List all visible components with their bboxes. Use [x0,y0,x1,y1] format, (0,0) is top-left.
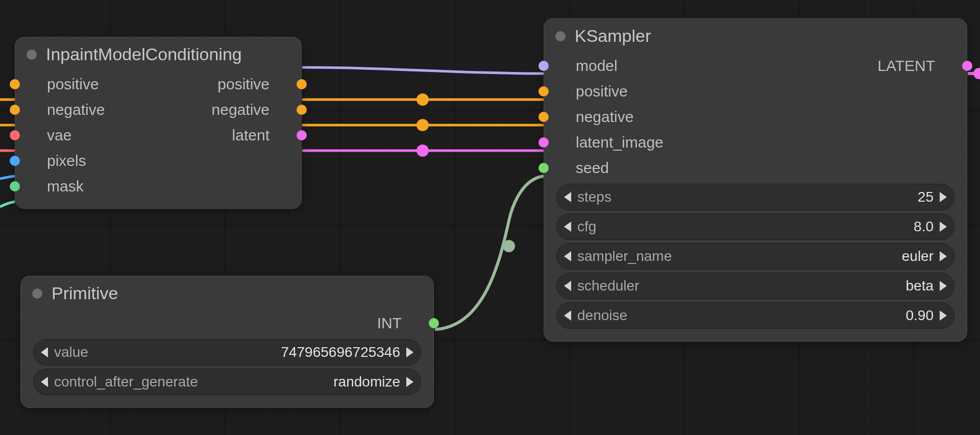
input-label: positive [47,76,99,93]
port-input-mask[interactable] [10,181,20,191]
port-output-negative[interactable] [297,105,307,115]
spinner-right-icon[interactable] [940,281,947,291]
input-label: vae [47,127,71,144]
input-label: positive [576,83,628,100]
node-body: model LATENT positive negative latent_im… [544,51,967,341]
spinner-left-icon[interactable] [564,310,571,321]
spinner-right-icon[interactable] [940,310,947,321]
spinner-right-icon[interactable] [940,222,947,232]
port-input-negative[interactable] [10,105,20,115]
input-label: latent_image [576,134,664,151]
node-body: INT value 747965696725346 control_after_… [21,308,433,407]
widget-label: denoise [577,307,627,324]
collapse-dot-icon[interactable] [27,50,37,60]
widget-cfg[interactable]: cfg 8.0 [556,213,954,240]
spinner-right-icon[interactable] [406,347,413,357]
spinner-left-icon[interactable] [564,222,571,232]
output-label: negative [212,101,270,118]
widget-sampler-name[interactable]: sampler_name euler [556,243,954,270]
input-label: mask [47,178,84,195]
widget-value-text: 0.90 [633,307,934,324]
node-body: positive positive negative negative vae … [15,69,301,208]
port-input-seed[interactable] [538,163,549,173]
node-header[interactable]: KSampler [544,19,967,51]
port-input-vae[interactable] [10,130,20,140]
port-output-latent[interactable] [962,61,972,71]
spinner-left-icon[interactable] [564,281,571,291]
node-inpaint-model-conditioning[interactable]: InpaintModelConditioning positive positi… [15,37,302,209]
spinner-right-icon[interactable] [940,251,947,261]
input-label: negative [576,108,633,126]
node-title: InpaintModelConditioning [46,44,242,64]
widget-value[interactable]: value 747965696725346 [33,339,421,366]
widget-value-text: euler [678,248,934,264]
collapse-dot-icon[interactable] [555,31,566,41]
port-output-positive[interactable] [297,79,307,89]
output-label: INT [377,315,402,332]
port-output-int[interactable] [429,318,439,328]
widget-control-after-generate[interactable]: control_after_generate randomize [33,369,421,395]
spinner-left-icon[interactable] [564,192,571,202]
node-primitive[interactable]: Primitive INT value 747965696725346 cont… [20,276,434,408]
widget-value-text: 25 [618,189,934,205]
widget-value-text: beta [645,278,934,294]
input-label: seed [576,159,609,177]
widget-label: cfg [577,219,596,235]
node-ksampler[interactable]: KSampler model LATENT positive negative … [544,18,967,342]
output-label: LATENT [877,57,935,75]
port-input-model[interactable] [538,61,549,71]
widget-label: sampler_name [577,248,672,264]
node-header[interactable]: Primitive [21,276,433,308]
port-input-positive[interactable] [538,86,549,96]
spinner-right-icon[interactable] [940,192,947,202]
node-title: KSampler [575,26,651,46]
port-output-latent[interactable] [297,130,307,140]
widget-label: steps [577,189,611,205]
output-label: latent [232,127,270,144]
widget-value-text: randomize [204,374,400,390]
widget-value-text: 8.0 [602,219,934,235]
collapse-dot-icon[interactable] [32,288,42,299]
node-header[interactable]: InpaintModelConditioning [15,37,301,69]
widget-denoise[interactable]: denoise 0.90 [556,302,954,329]
widget-label: control_after_generate [54,374,198,390]
port-input-positive[interactable] [10,79,20,89]
input-label: model [576,57,618,75]
port-input-pixels[interactable] [10,156,20,166]
input-label: pixels [47,152,86,170]
output-label: positive [217,76,270,93]
spinner-left-icon[interactable] [41,377,48,387]
node-title: Primitive [52,283,118,303]
widget-steps[interactable]: steps 25 [556,184,954,210]
spinner-right-icon[interactable] [406,377,413,387]
widget-label: scheduler [577,278,639,294]
widget-scheduler[interactable]: scheduler beta [556,273,954,299]
widget-value-text: 747965696725346 [94,344,400,360]
port-input-negative[interactable] [538,112,549,122]
port-input-latent-image[interactable] [538,137,549,148]
widget-label: value [54,344,88,360]
spinner-left-icon[interactable] [41,347,48,357]
input-label: negative [47,101,105,118]
spinner-left-icon[interactable] [564,251,571,261]
